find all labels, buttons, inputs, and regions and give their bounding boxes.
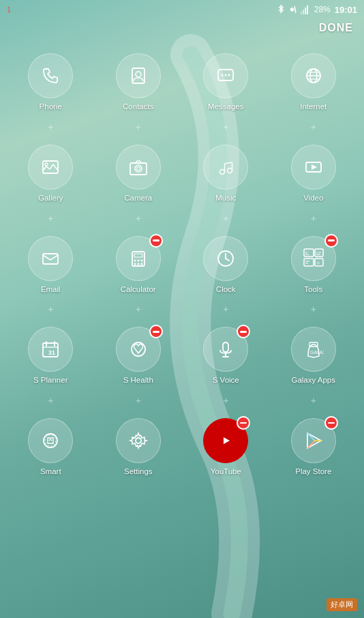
battery-status: 28%: [314, 5, 331, 14]
clock-label: Clock: [216, 285, 236, 295]
splanner-icon: 31: [28, 327, 73, 372]
calculator-label: Calculator: [121, 285, 156, 295]
svg-rect-4: [307, 5, 308, 14]
svg-rect-3: [305, 8, 306, 14]
svg-rect-41: [304, 259, 314, 266]
tools-remove-badge[interactable]: [324, 234, 338, 248]
video-label: Video: [303, 194, 323, 203]
app-clock[interactable]: Clock: [182, 229, 270, 304]
playstore-icon-wrap: [291, 418, 336, 463]
music-icon-wrap: [203, 145, 248, 190]
app-grid-row2: Gallery Camera: [0, 131, 364, 213]
app-camera[interactable]: Camera: [95, 138, 183, 213]
splanner-icon-wrap: 31: [28, 327, 73, 372]
svoice-remove-badge[interactable]: [237, 325, 250, 338]
phone-label: Phone: [40, 102, 62, 112]
svg-rect-2: [303, 10, 304, 14]
svg-marker-27: [312, 164, 317, 170]
svg-point-21: [220, 169, 225, 174]
contacts-label: Contacts: [123, 102, 153, 112]
app-tools[interactable]: P Tools: [270, 229, 358, 304]
svoice-icon-wrap: [203, 327, 248, 372]
smart-icon: [28, 418, 73, 463]
splanner-label: S Planner: [33, 376, 68, 385]
svg-point-36: [140, 263, 142, 265]
internet-icon: [291, 53, 336, 98]
app-playstore[interactable]: Play Store: [270, 411, 358, 486]
galaxyapps-icon-wrap: GALAXY: [291, 327, 336, 372]
app-gallery[interactable]: Gallery: [7, 138, 95, 213]
email-icon-wrap: [28, 236, 73, 281]
app-video[interactable]: Video: [270, 138, 358, 213]
smart-icon-wrap: [28, 418, 73, 463]
plus-row-4: + + + +: [0, 395, 364, 404]
svg-point-58: [136, 438, 141, 443]
email-label: Email: [41, 285, 61, 295]
music-icon: [203, 145, 248, 190]
playstore-remove-badge[interactable]: [324, 416, 338, 430]
shealth-remove-badge[interactable]: [149, 325, 163, 338]
app-phone[interactable]: Phone: [7, 46, 95, 121]
svg-point-8: [222, 74, 224, 76]
youtube-label: YouTube: [211, 467, 241, 477]
svg-rect-1: [301, 12, 302, 14]
internet-icon-wrap: [291, 53, 336, 98]
app-splanner[interactable]: 31 S Planner: [7, 320, 95, 395]
gallery-icon: [28, 145, 73, 190]
galaxyapps-icon: GALAXY: [291, 327, 336, 372]
signal-icon: [301, 5, 310, 14]
svg-point-19: [135, 165, 142, 172]
status-right: 28% 19:01: [277, 5, 357, 15]
tools-icon-wrap: P: [291, 236, 336, 281]
app-calculator[interactable]: Calculator: [95, 229, 183, 304]
galaxyapps-label: Galaxy Apps: [291, 376, 335, 385]
app-grid-row4: 31 S Planner S Health: [0, 313, 364, 395]
svg-point-56: [44, 434, 57, 447]
app-galaxyapps[interactable]: GALAXY Galaxy Apps: [270, 320, 358, 395]
email-icon: [28, 236, 73, 281]
svg-point-17: [45, 163, 48, 166]
app-messages[interactable]: Messages: [182, 46, 270, 121]
calculator-remove-badge[interactable]: [149, 234, 163, 248]
svg-point-10: [228, 74, 230, 76]
watermark: 好卓网: [327, 598, 357, 611]
svg-rect-30: [134, 254, 142, 257]
svg-text:GALAXY: GALAXY: [310, 350, 324, 355]
svg-rect-51: [223, 342, 228, 352]
svg-point-9: [225, 74, 227, 76]
status-bar: 1 28% 19:01: [0, 0, 364, 19]
svg-rect-28: [43, 254, 58, 264]
app-youtube[interactable]: YouTube: [182, 411, 270, 486]
phone-icon: [28, 53, 73, 98]
youtube-remove-badge[interactable]: [237, 416, 250, 430]
settings-label: Settings: [124, 467, 153, 477]
app-smart[interactable]: Smart: [7, 411, 95, 486]
calculator-icon-wrap: [116, 236, 161, 281]
messages-icon-wrap: [203, 53, 248, 98]
done-bar: DONE: [0, 19, 364, 40]
bluetooth-icon: [277, 5, 284, 14]
app-music[interactable]: Music: [182, 138, 270, 213]
mute-icon: [288, 5, 297, 14]
plus-row-2: + + + +: [0, 213, 364, 222]
youtube-icon-wrap: [203, 418, 248, 463]
app-email[interactable]: Email: [7, 229, 95, 304]
svg-point-32: [137, 259, 139, 261]
done-button[interactable]: DONE: [319, 22, 353, 34]
plus-row-3: + + + +: [0, 304, 364, 313]
app-grid-row3: Email Calculator: [0, 222, 364, 304]
clock-icon: [203, 236, 248, 281]
camera-icon: [116, 145, 161, 190]
messages-icon: [203, 53, 248, 98]
svg-point-6: [136, 72, 141, 77]
svg-text:31: 31: [48, 349, 55, 356]
app-svoice[interactable]: S Voice: [182, 320, 270, 395]
app-contacts[interactable]: Contacts: [95, 46, 183, 121]
svg-line-39: [226, 259, 229, 261]
app-shealth[interactable]: S Health: [95, 320, 183, 395]
phone-icon-wrap: [28, 53, 73, 98]
app-settings[interactable]: Settings: [95, 411, 183, 486]
svoice-label: S Voice: [213, 376, 239, 385]
settings-icon-wrap: [116, 418, 161, 463]
app-internet[interactable]: Internet: [270, 46, 358, 121]
